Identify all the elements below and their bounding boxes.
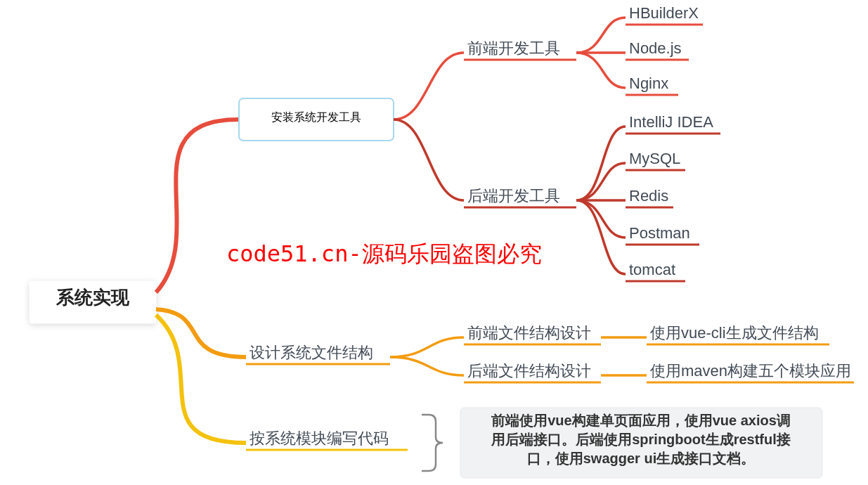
label-design-files: 设计系统文件结构	[250, 344, 373, 361]
node-postman[interactable]: Postman	[626, 224, 699, 245]
label-nodejs: Node.js	[629, 39, 682, 57]
label-be-structure: 后端文件结构设计	[467, 362, 591, 380]
node-intellij[interactable]: IntelliJ IDEA	[626, 113, 720, 134]
node-mysql[interactable]: MySQL	[626, 150, 685, 170]
mindmap-canvas: 系统实现 安装系统开发工具 前端开发工具 HBuilderX Node.js N…	[0, 0, 868, 485]
edge-ft-hbx	[576, 18, 626, 53]
edge-design-fe	[390, 337, 464, 357]
node-be-structure[interactable]: 后端文件结构设计	[464, 362, 601, 382]
node-design-files[interactable]: 设计系统文件结构	[246, 344, 390, 364]
label-frontend-tools: 前端开发工具	[467, 39, 560, 57]
node-backend-tools[interactable]: 后端开发工具	[464, 187, 576, 207]
summary-line-2: 用后端接口。后端使用springboot生成restful接	[491, 432, 791, 447]
label-maven: 使用maven构建五个模块应用	[650, 362, 851, 380]
label-tomcat: tomcat	[629, 261, 675, 278]
label-write-code: 按系统模块编写代码	[250, 429, 389, 447]
root-node[interactable]: 系统实现	[30, 281, 156, 323]
node-install[interactable]: 安装系统开发工具	[239, 98, 394, 141]
node-tomcat[interactable]: tomcat	[626, 261, 685, 281]
label-hbuilderx: HBuilderX	[629, 4, 699, 22]
edge-install-backend	[394, 119, 464, 200]
summary-line-1: 前端使用vue构建单页面应用，使用vue axios调	[491, 413, 791, 428]
node-frontend-tools[interactable]: 前端开发工具	[464, 39, 576, 60]
node-nodejs[interactable]: Node.js	[626, 39, 689, 60]
node-write-code[interactable]: 按系统模块编写代码	[246, 429, 408, 450]
node-fe-structure[interactable]: 前端文件结构设计	[464, 324, 601, 344]
node-redis[interactable]: Redis	[626, 187, 673, 207]
edge-root-code	[156, 315, 246, 443]
root-label: 系统实现	[56, 287, 130, 308]
label-mysql: MySQL	[629, 150, 680, 167]
summary-line-3: 口，使用swagger ui生成接口文档。	[527, 451, 755, 466]
label-install: 安装系统开发工具	[271, 111, 361, 123]
node-summary[interactable]: 前端使用vue构建单页面应用，使用vue axios调 用后端接口。后端使用sp…	[460, 408, 822, 478]
label-postman: Postman	[629, 224, 690, 242]
label-vue-cli: 使用vue-cli生成文件结构	[650, 324, 819, 342]
edge-ft-nginx	[576, 53, 626, 88]
node-hbuilderx[interactable]: HBuilderX	[626, 4, 703, 25]
node-nginx[interactable]: Nginx	[626, 75, 678, 95]
node-maven[interactable]: 使用maven构建五个模块应用	[647, 362, 854, 382]
label-intellij: IntelliJ IDEA	[629, 113, 713, 131]
edge-root-install	[156, 119, 239, 292]
node-vue-cli[interactable]: 使用vue-cli生成文件结构	[647, 324, 829, 344]
label-redis: Redis	[629, 187, 668, 205]
label-nginx: Nginx	[629, 75, 668, 92]
edge-design-be	[390, 357, 464, 375]
label-backend-tools: 后端开发工具	[467, 187, 560, 205]
edge-install-frontend	[394, 53, 464, 119]
summary-bracket	[422, 415, 443, 471]
label-fe-structure: 前端文件结构设计	[467, 324, 591, 342]
